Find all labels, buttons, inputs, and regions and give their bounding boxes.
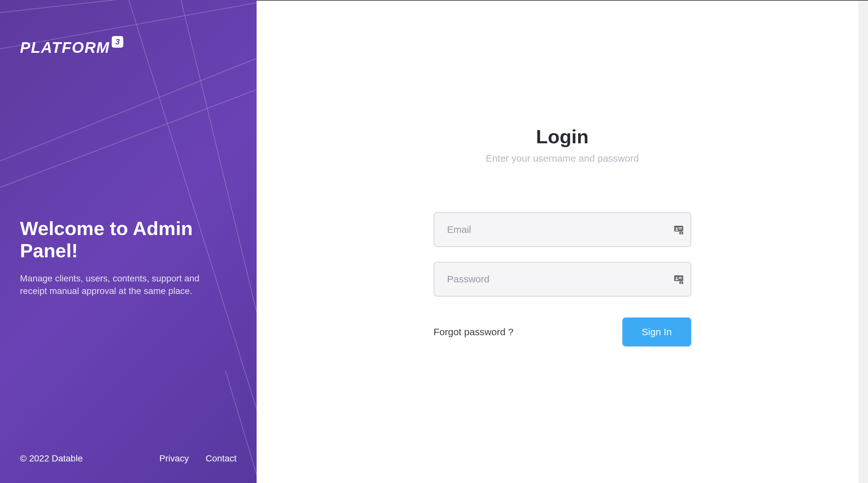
svg-rect-9 (676, 230, 678, 231)
email-field[interactable] (434, 212, 691, 247)
welcome-description: Manage clients, users, contents, support… (20, 272, 226, 297)
left-panel: PLATFORM 3 Welcome to Admin Panel! Manag… (0, 0, 257, 483)
password-input-wrapper: 2 (434, 262, 691, 297)
svg-point-15 (676, 277, 677, 279)
password-field[interactable] (434, 262, 691, 297)
privacy-link[interactable]: Privacy (159, 453, 189, 464)
logo-text: PLATFORM (20, 39, 110, 56)
right-panel: Login Enter your username and password 2 (257, 0, 868, 483)
scrollbar-thumb[interactable] (858, 1, 868, 483)
forgot-password-link[interactable]: Forgot password ? (434, 327, 514, 337)
welcome-section: Welcome to Admin Panel! Manage clients, … (20, 217, 237, 297)
login-form: 2 2 Forgot password ? Sign (434, 212, 691, 346)
login-header: Login Enter your username and password (486, 126, 639, 164)
svg-line-0 (0, 0, 257, 16)
svg-rect-17 (679, 277, 682, 277)
svg-text:2: 2 (680, 232, 682, 235)
svg-rect-18 (679, 278, 682, 279)
credentials-icon: 2 (673, 274, 684, 285)
form-bottom: Forgot password ? Sign In (434, 318, 691, 346)
credentials-icon: 2 (673, 224, 684, 235)
logo-badge-text: 3 (115, 37, 119, 47)
scrollbar[interactable] (858, 1, 868, 483)
email-input-wrapper: 2 (434, 212, 691, 247)
svg-rect-11 (679, 229, 682, 229)
svg-rect-16 (676, 279, 678, 280)
welcome-title: Welcome to Admin Panel! (20, 217, 237, 262)
login-title: Login (486, 126, 639, 148)
copyright: © 2022 Datable (20, 453, 83, 464)
svg-line-2 (0, 45, 257, 180)
svg-text:2: 2 (680, 281, 682, 284)
logo-badge: 3 (112, 36, 123, 48)
svg-point-8 (676, 228, 677, 229)
login-subtitle: Enter your username and password (486, 153, 639, 164)
svg-line-3 (0, 71, 257, 200)
footer: © 2022 Datable Privacy Contact (20, 453, 237, 464)
svg-rect-10 (679, 227, 682, 228)
contact-link[interactable]: Contact (206, 453, 237, 464)
footer-links: Privacy Contact (159, 453, 237, 464)
signin-button[interactable]: Sign In (622, 318, 691, 346)
logo: PLATFORM 3 (20, 39, 237, 56)
svg-line-6 (225, 370, 257, 483)
